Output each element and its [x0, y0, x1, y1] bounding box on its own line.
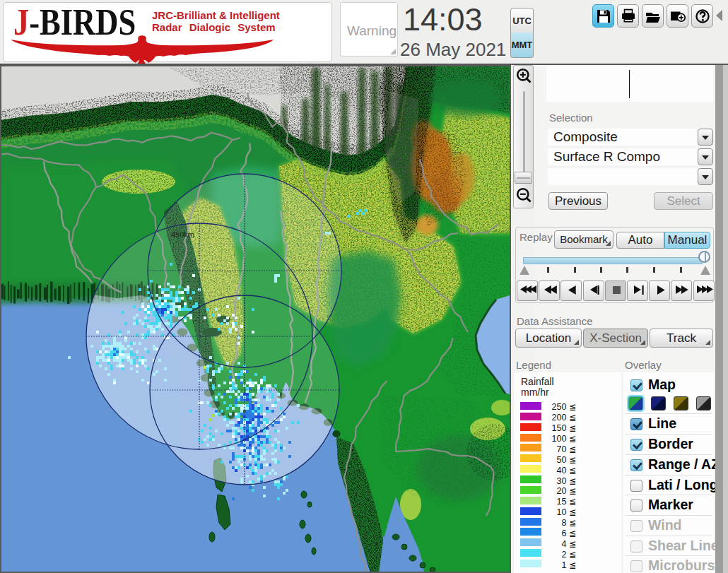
svg-text:450km: 450km	[171, 230, 194, 239]
